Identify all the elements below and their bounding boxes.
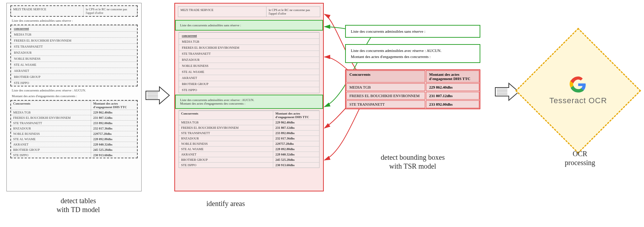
stage1-document-td: MEZI TRADE SERVICE le CPS et le RC ne co…	[6, 3, 142, 191]
s1-table2-rows: MEDIA TGB229 862.40dhsFRERES EL BOUCHIKH…	[11, 110, 137, 158]
s1-table1-row: AKRANET	[11, 68, 137, 74]
s2-table1-row: NOBLE BUSINESS	[179, 63, 319, 69]
caption-stage2: identify areas	[206, 199, 245, 208]
s2-table1-row: BNZADOUR	[179, 57, 319, 63]
s1-table2-row: STE AL WIAME228 092.88dhs	[11, 136, 137, 142]
caption-stage4: OCRprocessing	[551, 149, 608, 167]
s2-note: le CPS et le RC ne concerne pas l'appel …	[266, 7, 320, 17]
s3-textbox-1: Liste des concurrents admissibles sans r…	[345, 25, 480, 38]
s1-table2-row: STE ISPPO230 913.60dhs	[11, 152, 137, 158]
s3-table-row: FRERES EL BOUCHIKHI ENVIRONNEM231 807.12…	[346, 91, 480, 100]
s1-table1-row: STE ISPPO	[11, 80, 137, 86]
s2-header-box: MEZI TRADE SERVICE le CPS et le RC ne co…	[178, 6, 320, 17]
s1-table1-row: BROTHER GROUP	[11, 74, 137, 80]
s1-table2-row: FRERES EL BOUCHIKHI ENVIRONNEM231 807.12…	[11, 115, 137, 120]
s2-company: MEZI TRADE SERVICE	[178, 7, 266, 17]
s1-table1: concurrent MEDIA TGBFRERES EL BOUCHIKHI …	[10, 25, 138, 86]
s1-text2a: Liste des concurrents admissibles avec r…	[12, 89, 136, 92]
s1-table2-row: BROTHER GROUP245 525.28dhs	[11, 147, 137, 152]
caption-stage3: detect bounding boxeswith TSR model	[352, 153, 473, 171]
s1-header-box: MEZI TRADE SERVICE le CPS et le RC ne co…	[10, 5, 138, 17]
s1-table2-header: Concurrents Montant des actes d'engageme…	[11, 101, 137, 110]
s1-table1-rows: MEDIA TGBFRERES EL BOUCHIKHI ENVIRONNEMS…	[11, 31, 137, 86]
stage4-tesseract: Tesseract OCR	[527, 39, 630, 142]
s2-table1-row: MEDIA TGB	[179, 38, 319, 44]
s2-table2: Concurrents Montant des actes d'engageme…	[179, 110, 320, 168]
caption-stage1: detect tableswith TD model	[32, 196, 125, 214]
s1-company: MEZI TRADE SERVICE	[11, 6, 84, 16]
s1-table1-row: MEDIA TGB	[11, 31, 137, 37]
s2-table2-row: AKRANET228 040.32dhs	[179, 152, 319, 157]
s1-text1: Liste des concurrents admissibles sans r…	[12, 19, 136, 22]
s2-table2-row: STE ISPPO230 913.60dhs	[179, 162, 319, 168]
s2-table2-row: NOBLE BUSINESS229757.28dhs	[179, 141, 319, 146]
tesseract-label: Tesseract OCR	[549, 96, 607, 105]
s2-table1-row: STE AL WIAME	[179, 69, 319, 75]
s1-table1-row: BNZADOUR	[11, 49, 137, 56]
s1-text2b: Montant des actes d'engagements des conc…	[12, 94, 136, 98]
s1-note: le CPS et le RC ne concerne pas l'appel …	[84, 6, 137, 16]
s3-textbox-2: Liste des concurrents admissibles avec r…	[345, 44, 480, 63]
s2-table2-row: FRERES EL BOUCHIKHI ENVIRONNEM231 807.12…	[179, 125, 319, 130]
s2-table2-row: BROTHER GROUP245 525.28dhs	[179, 157, 319, 162]
s1-table1-row: STE TRANSPANETT	[11, 43, 137, 49]
s2-table1-row: AKRANET	[179, 75, 319, 81]
s2-table1-row: STE TRANSPANETT	[179, 51, 319, 57]
arrow-1	[145, 85, 170, 105]
s1-table1-row: STE AL WIAME	[11, 62, 137, 68]
s1-table2-row: AKRANET228 040.32dhs	[11, 142, 137, 147]
s2-textarea-1: Liste des concurrents admissibles sans r…	[175, 20, 323, 31]
s3-table-row: STE TRANSPANETT233 892.00dhs	[346, 100, 480, 109]
s2-table1: concurrent MEDIA TGBFRERES EL BOUCHIKHI …	[179, 32, 320, 93]
s2-table1-row: FRERES EL BOUCHIKHI ENVIRONNEM	[179, 44, 319, 51]
s2-table2-row: STE TRANSPANETT233 892.00dhs	[179, 130, 319, 136]
s2-table2-row: MEDIA TGB229 862.40dhs	[179, 120, 319, 125]
s3-table: Concurrents Montant des actes d'engageme…	[345, 69, 480, 109]
s1-table2-row: BNZADOUR232 017.36dhs	[11, 126, 137, 131]
stage3-tsr-boxes: Liste des concurrents admissibles sans r…	[345, 25, 480, 109]
s1-table2-row: STE TRANSPANETT233 892.00dhs	[11, 120, 137, 126]
s1-table1-header: concurrent	[11, 25, 137, 31]
s1-table1-row: FRERES EL BOUCHIKHI ENVIRONNEM	[11, 37, 137, 43]
s2-table1-row: STE ISPPO	[179, 87, 319, 93]
s1-table2: Concurrents Montant des actes d'engageme…	[10, 100, 138, 158]
s3-table-row: MEDIA TGB229 862.40dhs	[346, 83, 480, 91]
google-g-icon	[570, 76, 587, 93]
s1-table2-row: MEDIA TGB229 862.40dhs	[11, 110, 137, 115]
diamond-content: Tesseract OCR	[527, 39, 630, 142]
s2-textarea-2: Liste des concurrents admissibles avec r…	[175, 95, 323, 109]
s1-table1-row: NOBLE BUSINESS	[11, 56, 137, 62]
s2-table1-row: BROTHER GROUP	[179, 81, 319, 87]
stage2-document-areas: MEZI TRADE SERVICE le CPS et le RC ne co…	[174, 3, 324, 191]
arrow-2	[495, 82, 519, 102]
s1-table2-row: NOBLE BUSINESS229757.28dhs	[11, 131, 137, 136]
s2-table2-row: STE AL WIAME228 092.88dhs	[179, 146, 319, 152]
s2-table2-row: BNZADOUR232 017.36dhs	[179, 136, 319, 141]
